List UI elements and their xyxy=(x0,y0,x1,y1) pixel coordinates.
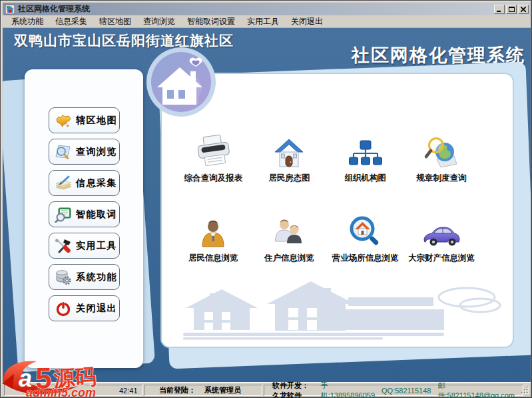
titlebar: 社区网格化管理系统 xyxy=(3,3,531,15)
china-map-icon xyxy=(54,112,73,129)
menu-item-exit[interactable]: 关闭退出 xyxy=(285,15,329,28)
tools-icon xyxy=(54,237,73,255)
minimize-icon xyxy=(497,7,502,12)
close-button[interactable] xyxy=(518,5,529,14)
statusbar: 42:41 当前登陆： 系统管理员 软件开发：久龙软件 手机:138958960… xyxy=(3,382,531,397)
menu-item-map[interactable]: 辖区地图 xyxy=(93,15,137,28)
sidebar-item-system-functions[interactable]: 系统功能 xyxy=(49,264,120,290)
shortcut-regulations[interactable]: 规章制度查询 xyxy=(403,130,479,184)
shortcut-label: 营业场所信息浏览 xyxy=(332,253,399,264)
house-magnifier-icon xyxy=(348,210,383,249)
people-icon xyxy=(273,210,305,249)
menu-item-system[interactable]: 系统功能 xyxy=(5,15,49,28)
sidebar-item-label: 信息采集 xyxy=(76,177,117,189)
houses-silhouette-graphic xyxy=(170,279,506,340)
sidebar-item-exit[interactable]: 关闭退出 xyxy=(49,295,120,321)
org-chart-icon xyxy=(348,130,383,169)
menubar: 系统功能 信息采集 辖区地图 查询浏览 智能取词设置 实用工具 关闭退出 xyxy=(3,16,531,28)
globe-magnifier-icon xyxy=(423,130,459,169)
close-icon xyxy=(521,7,526,12)
current-user: 系统管理员 xyxy=(204,385,241,395)
window-controls xyxy=(494,5,529,14)
shortcut-label: 组织机构图 xyxy=(344,173,386,184)
pencil-papers-icon xyxy=(54,175,73,192)
sidebar-item-tools[interactable]: 实用工具 xyxy=(49,233,120,259)
shortcut-label: 居民信息浏览 xyxy=(188,253,238,264)
shortcut-query-reports[interactable]: 综合查询及报表 xyxy=(175,130,251,184)
sidebar-item-label: 系统功能 xyxy=(76,271,117,283)
shortcut-row-2: 居民信息浏览 住户信息浏览 xyxy=(175,210,479,264)
qq-label: QQ:582115148 xyxy=(382,387,431,395)
car-icon xyxy=(422,210,461,249)
login-label: 当前登陆： xyxy=(159,385,196,395)
printer-icon xyxy=(195,130,231,169)
shortcut-house-status[interactable]: 居民房态图 xyxy=(251,130,327,184)
sidebar-item-label: 查询浏览 xyxy=(76,146,117,158)
maximize-button[interactable] xyxy=(506,5,517,14)
email-label: 邮件:582115148@qq.com xyxy=(437,381,515,398)
shortcut-property-info[interactable]: 大宗财产信息浏览 xyxy=(403,210,479,264)
shortcut-org-chart[interactable]: 组织机构图 xyxy=(328,130,403,184)
developer-label: 软件开发：久龙软件 xyxy=(272,381,314,398)
house-icon xyxy=(274,130,304,169)
shortcut-label: 大宗财产信息浏览 xyxy=(408,253,475,264)
shortcut-label: 住户信息浏览 xyxy=(264,253,314,264)
sidebar-item-label: 智能取词 xyxy=(76,209,117,221)
shortcut-label: 综合查询及报表 xyxy=(184,173,242,184)
sidebar-panel: 辖区地图 查询浏览 xyxy=(25,69,143,368)
sidebar-item-word-capture[interactable]: 智能取词 xyxy=(49,201,120,227)
sidebar-item-label: 关闭退出 xyxy=(76,303,117,315)
book-magnifier-icon xyxy=(54,206,73,223)
minimize-button[interactable] xyxy=(494,5,505,14)
person-icon xyxy=(198,210,228,249)
sidebar-item-district-map[interactable]: 辖区地图 xyxy=(49,107,120,133)
shortcut-business-premises[interactable]: 营业场所信息浏览 xyxy=(328,210,403,264)
menu-item-tools[interactable]: 实用工具 xyxy=(241,15,285,28)
statusbar-login: 当前登陆： 系统管理员 xyxy=(144,385,262,396)
menu-item-collect[interactable]: 信息采集 xyxy=(49,15,93,28)
maximize-icon xyxy=(509,7,515,12)
sidebar-item-query-browse[interactable]: 查询浏览 xyxy=(49,139,120,165)
sidebar-item-info-collect[interactable]: 信息采集 xyxy=(49,170,120,196)
sidebar-item-label: 辖区地图 xyxy=(76,115,117,127)
window-title: 社区网格化管理系统 xyxy=(18,3,494,15)
resize-grip-icon[interactable] xyxy=(521,386,529,395)
app-icon xyxy=(5,4,15,15)
search-document-icon xyxy=(54,143,73,161)
phone-label: 手机:13895896059 xyxy=(321,381,375,398)
shortcut-household-info[interactable]: 住户信息浏览 xyxy=(251,210,327,264)
shortcut-label: 居民房态图 xyxy=(268,173,310,184)
statusbar-contact: 软件开发：久龙软件 手机:13895896059 QQ:582115148 邮件… xyxy=(264,385,523,396)
sidebar-item-label: 实用工具 xyxy=(76,240,117,252)
shortcut-label: 规章制度查询 xyxy=(416,173,466,184)
app-window: 社区网格化管理系统 系统功能 信息采集 辖区地图 查询浏览 智能取词设置 实用工… xyxy=(0,0,532,398)
statusbar-time: 42:41 xyxy=(4,385,142,396)
shortcut-resident-info[interactable]: 居民信息浏览 xyxy=(175,210,251,264)
database-gear-icon xyxy=(54,269,73,286)
menu-item-query[interactable]: 查询浏览 xyxy=(137,15,181,28)
content-area: 双鸭山市宝山区岳阳街道红旗社区 社区网格化管理系统 辖区地图 xyxy=(3,28,531,382)
power-icon xyxy=(54,300,73,317)
menu-item-word-capture[interactable]: 智能取词设置 xyxy=(181,15,241,28)
shortcut-row-1: 综合查询及报表 居民房态图 xyxy=(175,130,479,184)
house-heart-badge-icon xyxy=(145,46,217,118)
